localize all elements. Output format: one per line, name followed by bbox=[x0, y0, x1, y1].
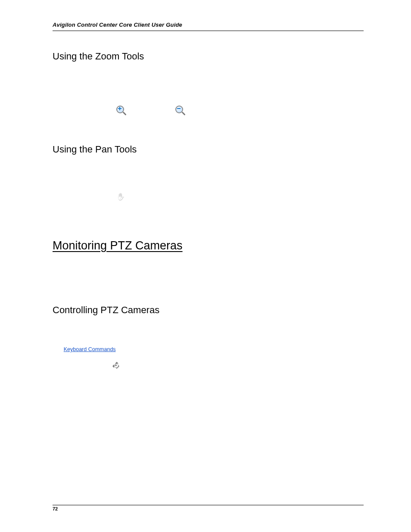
pan-intro: Pan tools allow you to pan across the vi… bbox=[53, 163, 364, 171]
zoom-step-1-end: to zoom out. bbox=[186, 107, 216, 113]
controlling-ptz-step-1-pre: In the toolbar, click bbox=[64, 362, 110, 368]
heading-zoom-tools: Using the Zoom Tools bbox=[53, 51, 364, 62]
controlling-ptz-step-1-post: . PTZ controls are now enabled in image … bbox=[124, 362, 311, 368]
zoom-out-icon bbox=[175, 106, 185, 115]
page-footer: 72 bbox=[53, 505, 364, 511]
zoom-intro: The zoom tools allow you to digitally zo… bbox=[53, 70, 364, 78]
controlling-ptz-bullet-1: In the image panel, drag your mouse from… bbox=[64, 422, 364, 441]
controlling-ptz-note: Note: The controls may appear differentl… bbox=[64, 386, 364, 403]
pan-note: Note: You can use the PTZ Tools to pan t… bbox=[64, 177, 364, 185]
running-header: Avigilon Control Center Core Client User… bbox=[53, 22, 364, 31]
controlling-ptz-step-2: In the image panel, click to display the… bbox=[64, 371, 364, 380]
pan-note-text: Note: You can use the PTZ Tools to pan t… bbox=[64, 177, 223, 184]
zoom-step-1-pre: On the toolbar, select bbox=[64, 107, 116, 113]
heading-controlling-ptz: Controlling PTZ Cameras bbox=[53, 305, 364, 316]
see-post: for other ways to use the PTZ controls. bbox=[117, 346, 210, 352]
pan-note-link: See Monitoring PTZ Cameras for more info… bbox=[223, 177, 346, 184]
pan-step-1: On the toolbar, select . bbox=[64, 190, 364, 199]
zoom-step-1-mid: to zoom in or select bbox=[127, 107, 175, 113]
pan-step-1-pre: On the toolbar, select bbox=[64, 192, 116, 198]
zoom-step-2: Click the image panel until you reach th… bbox=[64, 115, 364, 124]
see-pre: See bbox=[53, 346, 64, 352]
controlling-ptz-step-1: In the toolbar, click . PTZ controls are… bbox=[64, 359, 364, 371]
controlling-ptz-intro: Pan, Tilt, Zoom (PTZ) controls allow you… bbox=[53, 324, 364, 340]
ptz-directional-icon bbox=[110, 359, 122, 371]
controlling-ptz-trailer: To pan or tilt, perform one of the follo… bbox=[53, 409, 364, 417]
pan-hand-icon bbox=[116, 191, 125, 199]
controlling-ptz-steps: In the toolbar, click . PTZ controls are… bbox=[53, 359, 364, 380]
keyboard-commands-link[interactable]: Keyboard Commands bbox=[64, 346, 116, 352]
zoom-steps: On the toolbar, select to zoom in or sel… bbox=[53, 106, 364, 124]
ptz-support-note: Be aware that some of tools and features… bbox=[53, 277, 364, 285]
heading-monitoring-ptz: Monitoring PTZ Cameras bbox=[53, 239, 364, 252]
zoom-step-1: On the toolbar, select to zoom in or sel… bbox=[64, 106, 364, 115]
pan-step-1-post: . bbox=[126, 192, 128, 198]
zoom-note: Note: You can use the PTZ Tools to contr… bbox=[64, 84, 364, 100]
zoom-note-text: Note: You can use the PTZ Tools to contr… bbox=[64, 84, 254, 90]
ptz-intro: PTZ cameras can be controlled through th… bbox=[53, 263, 364, 271]
heading-pan-tools: Using the Pan Tools bbox=[53, 144, 364, 155]
controlling-ptz-bullets: In the image panel, drag your mouse from… bbox=[53, 422, 364, 441]
zoom-in-icon bbox=[116, 106, 126, 115]
pan-step-2: Drag the video image in any direction in… bbox=[64, 199, 364, 208]
page-number: 72 bbox=[53, 506, 58, 511]
pan-steps: On the toolbar, select . Drag the video … bbox=[53, 190, 364, 209]
controlling-ptz-see: See Keyboard Commands for other ways to … bbox=[53, 345, 364, 354]
